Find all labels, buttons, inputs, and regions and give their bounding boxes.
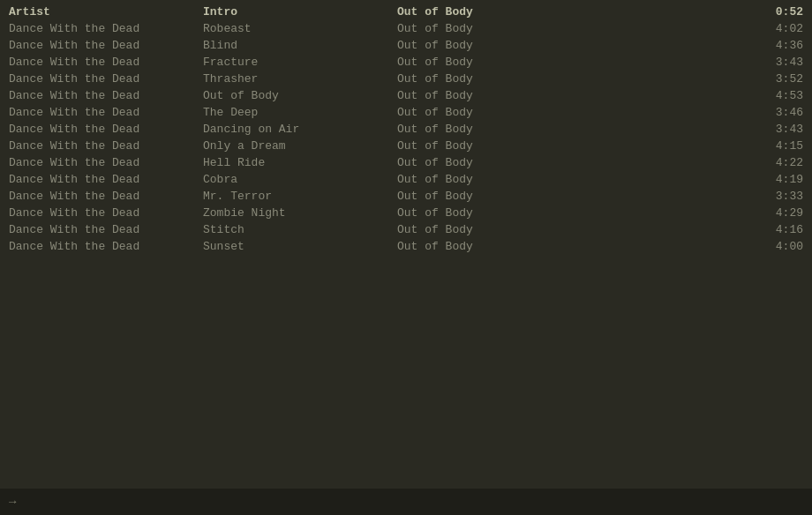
track-artist: Dance With the Dead — [9, 190, 203, 203]
table-row[interactable]: Dance With the DeadFractureOut of Body3:… — [0, 54, 812, 71]
track-artist: Dance With the Dead — [9, 72, 203, 86]
track-artist: Dance With the Dead — [9, 89, 203, 102]
track-duration: 4:15 — [750, 139, 803, 153]
track-title: Sunset — [203, 240, 397, 253]
table-row[interactable]: Dance With the DeadSunsetOut of Body4:00 — [0, 238, 812, 255]
header-artist: Artist — [9, 5, 203, 19]
track-album: Out of Body — [397, 106, 750, 119]
track-album: Out of Body — [397, 156, 750, 169]
track-album: Out of Body — [397, 89, 750, 102]
track-duration: 3:43 — [750, 56, 803, 69]
track-artist: Dance With the Dead — [9, 56, 203, 69]
track-title: The Deep — [203, 106, 397, 119]
track-duration: 3:46 — [750, 106, 803, 119]
track-title: Only a Dream — [203, 139, 397, 153]
table-row[interactable]: Dance With the DeadThe DeepOut of Body3:… — [0, 104, 812, 121]
table-row[interactable]: Dance With the DeadThrasherOut of Body3:… — [0, 71, 812, 87]
track-album: Out of Body — [397, 139, 750, 153]
track-album: Out of Body — [397, 56, 750, 69]
track-title: Zombie Night — [203, 206, 397, 220]
track-album: Out of Body — [397, 39, 750, 52]
table-row[interactable]: Dance With the DeadZombie NightOut of Bo… — [0, 205, 812, 221]
track-album: Out of Body — [397, 173, 750, 186]
track-duration: 4:36 — [750, 39, 803, 52]
track-duration: 4:22 — [750, 156, 803, 169]
track-duration: 4:02 — [750, 22, 803, 35]
bottom-bar: → — [0, 489, 812, 515]
track-duration: 3:33 — [750, 190, 803, 203]
track-title: Fracture — [203, 56, 397, 69]
track-duration: 4:19 — [750, 173, 803, 186]
table-row[interactable]: Dance With the DeadBlindOut of Body4:36 — [0, 37, 812, 54]
track-title: Out of Body — [203, 89, 397, 102]
table-row[interactable]: Dance With the DeadHell RideOut of Body4… — [0, 154, 812, 171]
table-row[interactable]: Dance With the DeadOnly a DreamOut of Bo… — [0, 138, 812, 154]
track-album: Out of Body — [397, 240, 750, 253]
track-album: Out of Body — [397, 123, 750, 136]
track-artist: Dance With the Dead — [9, 173, 203, 186]
track-title: Blind — [203, 39, 397, 52]
arrow-icon: → — [9, 495, 16, 509]
track-artist: Dance With the Dead — [9, 106, 203, 119]
track-album: Out of Body — [397, 72, 750, 86]
track-duration: 4:53 — [750, 89, 803, 102]
table-row[interactable]: Dance With the DeadCobraOut of Body4:19 — [0, 171, 812, 188]
track-artist: Dance With the Dead — [9, 206, 203, 220]
track-duration: 3:52 — [750, 72, 803, 86]
track-duration: 4:29 — [750, 206, 803, 220]
track-title: Thrasher — [203, 72, 397, 86]
track-title: Cobra — [203, 173, 397, 186]
track-artist: Dance With the Dead — [9, 39, 203, 52]
track-album: Out of Body — [397, 190, 750, 203]
header-duration: 0:52 — [750, 5, 803, 19]
track-title: Mr. Terror — [203, 190, 397, 203]
table-row[interactable]: Dance With the DeadOut of BodyOut of Bod… — [0, 87, 812, 104]
track-title: Hell Ride — [203, 156, 397, 169]
header-title: Intro — [203, 5, 397, 19]
track-artist: Dance With the Dead — [9, 223, 203, 236]
track-artist: Dance With the Dead — [9, 139, 203, 153]
track-list: Artist Intro Out of Body 0:52 Dance With… — [0, 0, 812, 258]
track-duration: 3:43 — [750, 123, 803, 136]
track-title: Robeast — [203, 22, 397, 35]
table-row[interactable]: Dance With the DeadDancing on AirOut of … — [0, 121, 812, 138]
track-album: Out of Body — [397, 206, 750, 220]
table-row[interactable]: Dance With the DeadStitchOut of Body4:16 — [0, 221, 812, 238]
track-album: Out of Body — [397, 223, 750, 236]
track-artist: Dance With the Dead — [9, 240, 203, 253]
track-album: Out of Body — [397, 22, 750, 35]
track-list-header: Artist Intro Out of Body 0:52 — [0, 4, 812, 20]
track-duration: 4:16 — [750, 223, 803, 236]
table-row[interactable]: Dance With the DeadMr. TerrorOut of Body… — [0, 188, 812, 205]
track-duration: 4:00 — [750, 240, 803, 253]
track-artist: Dance With the Dead — [9, 156, 203, 169]
track-artist: Dance With the Dead — [9, 22, 203, 35]
track-title: Dancing on Air — [203, 123, 397, 136]
table-row[interactable]: Dance With the DeadRobeastOut of Body4:0… — [0, 20, 812, 37]
header-album: Out of Body — [397, 5, 750, 19]
track-title: Stitch — [203, 223, 397, 236]
track-artist: Dance With the Dead — [9, 123, 203, 136]
